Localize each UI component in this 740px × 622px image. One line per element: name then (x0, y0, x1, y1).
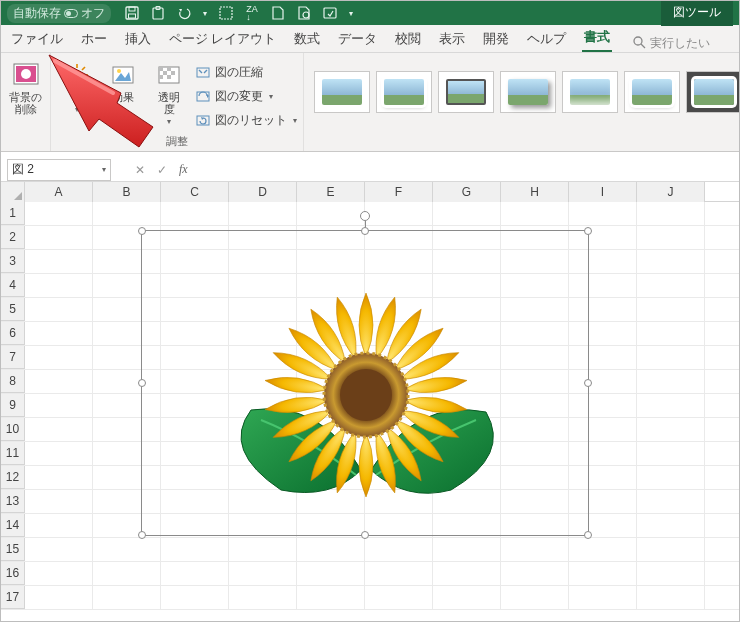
cell[interactable] (161, 226, 229, 249)
cell[interactable] (93, 298, 161, 321)
cell[interactable] (297, 250, 365, 273)
cell[interactable] (93, 442, 161, 465)
row-header[interactable]: 17 (1, 586, 25, 609)
change-picture-button[interactable]: 図の変更▾ (195, 85, 297, 107)
cell[interactable] (501, 562, 569, 585)
cell[interactable] (93, 418, 161, 441)
resize-handle-n[interactable] (361, 227, 369, 235)
cell[interactable] (433, 514, 501, 537)
row-header[interactable]: 1 (1, 202, 25, 225)
border-button[interactable] (217, 4, 235, 22)
cell[interactable] (93, 370, 161, 393)
column-header[interactable]: H (501, 182, 569, 202)
tab-help[interactable]: ヘルプ (525, 26, 568, 52)
cell[interactable] (569, 322, 637, 345)
cell[interactable] (25, 346, 93, 369)
cell[interactable] (25, 514, 93, 537)
cell[interactable] (25, 538, 93, 561)
cell[interactable] (365, 442, 433, 465)
cell[interactable] (229, 274, 297, 297)
undo-button[interactable] (175, 4, 193, 22)
cell[interactable] (161, 586, 229, 609)
cell[interactable] (365, 394, 433, 417)
cell[interactable] (433, 202, 501, 225)
cell[interactable] (161, 514, 229, 537)
cell[interactable] (637, 298, 705, 321)
cell[interactable] (297, 442, 365, 465)
cell[interactable] (637, 250, 705, 273)
cell[interactable] (637, 466, 705, 489)
cell[interactable] (501, 298, 569, 321)
cell[interactable] (569, 442, 637, 465)
row-header[interactable]: 14 (1, 514, 25, 537)
row-header[interactable]: 2 (1, 226, 25, 249)
cell[interactable] (25, 490, 93, 513)
row-header[interactable]: 5 (1, 298, 25, 321)
reset-picture-button[interactable]: 図のリセット▾ (195, 109, 297, 131)
cell[interactable] (569, 538, 637, 561)
resize-handle-sw[interactable] (138, 531, 146, 539)
cell[interactable] (297, 538, 365, 561)
cell[interactable] (297, 394, 365, 417)
cell[interactable] (637, 538, 705, 561)
cell[interactable] (433, 394, 501, 417)
cell[interactable] (25, 418, 93, 441)
resize-handle-ne[interactable] (584, 227, 592, 235)
qat-customize-icon[interactable]: ▾ (347, 4, 355, 22)
cell[interactable] (501, 418, 569, 441)
name-box[interactable]: 図 2 ▾ (7, 159, 111, 181)
corrections-button[interactable]: 修 ▾ (57, 57, 97, 129)
cell[interactable] (501, 514, 569, 537)
cell[interactable] (501, 346, 569, 369)
cell[interactable] (229, 394, 297, 417)
style-preset-7[interactable] (686, 71, 740, 113)
save-button[interactable] (123, 4, 141, 22)
cell[interactable] (433, 538, 501, 561)
cell[interactable] (637, 514, 705, 537)
cell[interactable] (569, 202, 637, 225)
cell[interactable] (365, 370, 433, 393)
resize-handle-s[interactable] (361, 531, 369, 539)
cell[interactable] (433, 466, 501, 489)
cell[interactable] (161, 562, 229, 585)
qat-dropdown-icon[interactable]: ▾ (201, 4, 209, 22)
cell[interactable] (637, 346, 705, 369)
cell[interactable] (93, 562, 161, 585)
cell[interactable] (501, 202, 569, 225)
row-header[interactable]: 7 (1, 346, 25, 369)
cell[interactable] (229, 226, 297, 249)
tab-review[interactable]: 校閲 (393, 26, 423, 52)
cell[interactable] (433, 274, 501, 297)
cell[interactable] (433, 490, 501, 513)
cell[interactable] (637, 226, 705, 249)
artistic-effects-button[interactable]: 効果 ▾ (103, 57, 143, 129)
cell[interactable] (637, 442, 705, 465)
cell[interactable] (433, 346, 501, 369)
cell[interactable] (161, 370, 229, 393)
column-header[interactable]: J (637, 182, 705, 202)
cell[interactable] (229, 418, 297, 441)
cell[interactable] (501, 370, 569, 393)
cell[interactable] (161, 466, 229, 489)
cell[interactable] (229, 562, 297, 585)
style-preset-1[interactable] (314, 71, 370, 113)
cell[interactable] (297, 418, 365, 441)
cell[interactable] (365, 274, 433, 297)
cell[interactable] (25, 394, 93, 417)
cell[interactable] (93, 202, 161, 225)
cell[interactable] (297, 322, 365, 345)
cell[interactable] (433, 322, 501, 345)
row-header[interactable]: 3 (1, 250, 25, 273)
style-preset-6[interactable] (624, 71, 680, 113)
row-header[interactable]: 8 (1, 370, 25, 393)
cell[interactable] (501, 226, 569, 249)
cell[interactable] (93, 466, 161, 489)
cell[interactable] (161, 490, 229, 513)
tab-data[interactable]: データ (336, 26, 379, 52)
row-header[interactable]: 6 (1, 322, 25, 345)
tab-insert[interactable]: 挿入 (123, 26, 153, 52)
cell[interactable] (297, 202, 365, 225)
print-preview-button[interactable] (295, 4, 313, 22)
style-preset-3[interactable] (438, 71, 494, 113)
column-header[interactable]: A (25, 182, 93, 202)
